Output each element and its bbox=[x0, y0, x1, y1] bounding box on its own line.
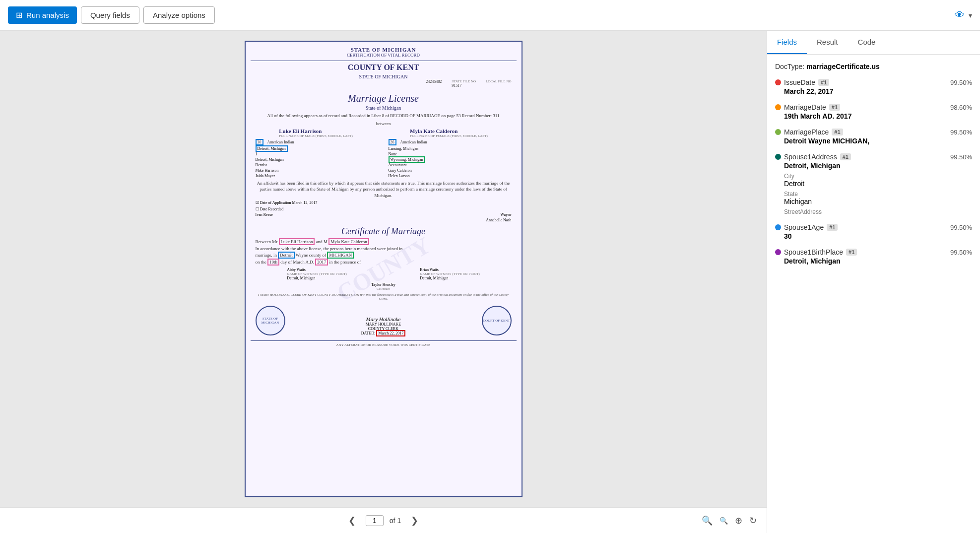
fit-page-icon[interactable]: ⊕ bbox=[735, 515, 742, 526]
cert-year: 2017 bbox=[315, 259, 328, 266]
cert-seals: STATE OF MICHIGAN Mary Hollinake MARY HO… bbox=[251, 303, 517, 338]
cert-female-name: Myla Kate Calderon bbox=[328, 238, 369, 245]
seal-right: COURT OF KENT bbox=[482, 306, 512, 335]
rotate-icon[interactable]: ↻ bbox=[749, 515, 757, 526]
fathers-name-f: Gary Calderon bbox=[389, 168, 512, 173]
deputy-clerk: Annabelle Nash bbox=[256, 218, 512, 222]
female-label: FULL NAME OF FEMALE (FIRST, MIDDLE, LAST… bbox=[410, 134, 488, 138]
toolbar: ⊞ Run analysis Query fields Analyze opti… bbox=[0, 0, 980, 31]
field-marriage-place: MarriagePlace #1 99.50% Detroit Wayne MI… bbox=[775, 128, 972, 145]
query-fields-button[interactable]: Query fields bbox=[81, 6, 139, 24]
county-clerk-name: Ivan Reese bbox=[256, 212, 273, 217]
cert-day: 19th bbox=[267, 259, 279, 266]
spouse1-city-subitem: City Detroit bbox=[784, 173, 972, 188]
field-spouse1-address: Spouse1Address #1 99.50% Detroit, Michig… bbox=[775, 153, 972, 215]
run-analysis-button[interactable]: ⊞ Run analysis bbox=[8, 6, 77, 24]
issue-date-value: March 22, 2017 bbox=[784, 87, 972, 95]
spouse1-age-name: Spouse1Age bbox=[784, 223, 824, 231]
analyze-options-button[interactable]: Analyze options bbox=[143, 6, 215, 24]
female-age-highlight: 26 bbox=[389, 139, 396, 145]
female-city: Lansing, Michigan bbox=[389, 146, 512, 151]
certificate-document: COUNTY STATE OF MICHIGAN CERTIFICATION O… bbox=[245, 41, 523, 497]
dated-block: DATED: March 22, 2017 bbox=[361, 331, 405, 335]
cert-marriage-body: Between Mr Luke Eli Harrison and M Myla … bbox=[256, 239, 512, 266]
field-spouse1-age: Spouse1Age #1 99.50% 30 bbox=[775, 223, 972, 240]
next-page-button[interactable]: ❯ bbox=[407, 513, 422, 528]
query-fields-label: Query fields bbox=[90, 11, 130, 19]
marriage-place-confidence: 99.50% bbox=[950, 129, 972, 136]
issue-date-dot bbox=[775, 79, 781, 85]
fathers-name-m: Mike Harrison bbox=[256, 168, 379, 173]
street-label: StreetAddress bbox=[784, 208, 972, 215]
viewer-scroll[interactable]: COUNTY STATE OF MICHIGAN CERTIFICATION O… bbox=[0, 31, 767, 507]
spouse1-age-badge: #1 bbox=[827, 224, 838, 231]
male-age-highlight: 30 bbox=[256, 139, 263, 145]
dated-value: March 22, 2017 bbox=[376, 330, 405, 336]
page-of-label: of 1 bbox=[390, 517, 401, 525]
city-value: Detroit bbox=[784, 180, 972, 188]
spouse1-address-confidence: 99.50% bbox=[950, 153, 972, 161]
file-no-3: LOCAL FILE NO bbox=[486, 79, 511, 88]
mothers-name-m: Jaida Mayer bbox=[256, 174, 379, 178]
occupation-f: Accountant bbox=[389, 163, 512, 167]
prev-page-button[interactable]: ❮ bbox=[344, 513, 360, 528]
seal-left: STATE OF MICHIGAN bbox=[256, 306, 285, 335]
city-label: City bbox=[784, 173, 972, 180]
marriage-date-confidence: 98.60% bbox=[950, 104, 972, 111]
doctype-label: DocType: bbox=[775, 63, 804, 70]
spouse1-birthplace-badge: #1 bbox=[846, 249, 857, 256]
cert-county: COUNTY OF KENT bbox=[251, 63, 517, 72]
pagination: ❮ of 1 ❯ 🔍 🔍 ⊕ ↻ bbox=[0, 507, 767, 533]
between-text: between bbox=[251, 121, 517, 126]
page-number-input[interactable] bbox=[366, 515, 384, 526]
doctype-value: marriageCertificate.us bbox=[806, 63, 880, 70]
clerk-text: I MARY HOLLINAKE, CLERK OF KENT COUNTY D… bbox=[256, 293, 512, 301]
tab-code[interactable]: Code bbox=[848, 31, 886, 54]
marriage-place-dot bbox=[775, 129, 781, 135]
tab-result[interactable]: Result bbox=[807, 31, 848, 54]
female-race: American Indian bbox=[400, 140, 427, 144]
issue-date-name: IssueDate bbox=[784, 78, 815, 86]
birthplace-m: Detroit, Michigan bbox=[256, 157, 379, 162]
tab-fields[interactable]: Fields bbox=[767, 31, 807, 54]
cert-state: MICHIGAN bbox=[327, 252, 354, 259]
female-name: Myla Kate Calderon bbox=[410, 128, 488, 134]
cert-year-ad: A.D. bbox=[306, 260, 315, 265]
state-title: STATE OF MICHIGAN bbox=[251, 47, 517, 53]
spouse1-age-value: 30 bbox=[784, 232, 972, 240]
state-value: Michigan bbox=[784, 198, 972, 205]
field-marriage-date: MarriageDate #1 98.60% 19th March AD. 20… bbox=[775, 103, 972, 120]
visibility-icon[interactable]: 👁 bbox=[955, 9, 965, 21]
marriage-date-name: MarriageDate bbox=[784, 103, 826, 111]
zoom-out-icon[interactable]: 🔍 bbox=[702, 515, 713, 526]
cert-male-name: Luke Eli Harrison bbox=[279, 238, 315, 245]
date-application: ☑ Date of Application March 12, 2017 bbox=[256, 200, 318, 205]
mothers-name-f: Helen Larson bbox=[389, 174, 512, 178]
cert-county-marriage: Wayne bbox=[296, 253, 308, 258]
spouse1-street-subitem: StreetAddress bbox=[784, 208, 972, 215]
chevron-down-icon[interactable]: ▾ bbox=[969, 11, 972, 19]
cert-names: Luke Eli Harrison FULL NAME OF MALE (FIR… bbox=[251, 128, 517, 138]
date-recorded: ☐ Date Recorded bbox=[256, 207, 512, 211]
run-analysis-label: Run analysis bbox=[26, 11, 69, 19]
times-married-m: 1 bbox=[256, 152, 379, 156]
marriage-place-badge: #1 bbox=[832, 129, 843, 135]
county-name: Wayne bbox=[500, 212, 511, 217]
field-issue-date: IssueDate #1 99.50% March 22, 2017 bbox=[775, 78, 972, 95]
state-label: State bbox=[784, 191, 972, 198]
cert-subtitle: State of Michigan bbox=[251, 105, 517, 111]
occupation-m: Dentist bbox=[256, 163, 379, 167]
spouse1-birthplace-value: Detroit, Michigan bbox=[784, 257, 972, 265]
zoom-in-icon[interactable]: 🔍 bbox=[719, 517, 728, 525]
spouse1-address-dot bbox=[775, 154, 781, 160]
field-spouse1-birthplace: Spouse1BirthPlace #1 99.50% Detroit, Mic… bbox=[775, 248, 972, 265]
witness2: Brian WattsNAME OF WITNESS (TYPE OR PRIN… bbox=[420, 267, 480, 280]
panel-content: DocType: marriageCertificate.us IssueDat… bbox=[767, 55, 980, 533]
toolbar-right: 👁 ▾ bbox=[955, 9, 972, 21]
spouse1-address-name: Spouse1Address bbox=[784, 153, 837, 161]
marriage-date-dot bbox=[775, 104, 781, 110]
spouse1-age-confidence: 99.50% bbox=[950, 224, 972, 231]
run-icon: ⊞ bbox=[16, 10, 22, 20]
male-city: Detroit, Michigan bbox=[256, 145, 288, 152]
female-age-field: 26 American Indian bbox=[389, 140, 512, 144]
